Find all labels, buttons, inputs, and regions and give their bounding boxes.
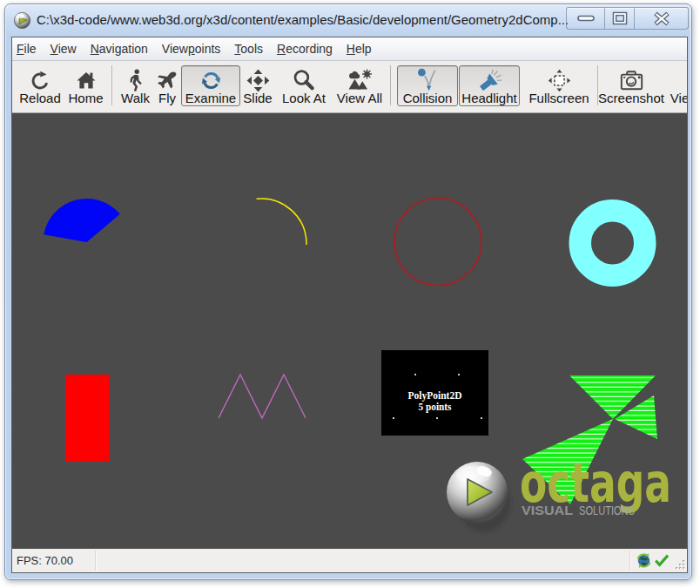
toolbar-button-screenshot[interactable]: Screenshot: [599, 65, 663, 106]
screenshot-icon: [619, 69, 644, 91]
svg-text:5 points: 5 points: [419, 402, 453, 413]
check-icon: [654, 554, 670, 567]
reload-icon: [30, 69, 51, 91]
toolbar-button-label: Slide: [243, 91, 272, 105]
fullscreen-icon: [547, 69, 572, 91]
examine-icon: [199, 69, 223, 91]
menu-item-help[interactable]: Help: [340, 39, 379, 58]
toolbar-button-label: Fullscreen: [528, 91, 589, 105]
app-icon: [13, 11, 31, 30]
circle2d-outline: [394, 199, 481, 286]
toolbar-button-label: Walk: [121, 91, 150, 105]
svg-text:PolyPoint2D: PolyPoint2D: [408, 389, 462, 402]
toolbar-button-viewpoints[interactable]: Viewpoints: [665, 65, 687, 106]
viewport-3d-scene[interactable]: PolyPoint2D5 pointsoctagaVISUALSOLUTIONS: [12, 113, 687, 549]
title-bar[interactable]: C:\x3d-code/www.web3d.org/x3d/content/ex…: [5, 4, 691, 38]
toolbar-button-fly[interactable]: Fly: [153, 65, 181, 106]
viewall-icon: [347, 69, 373, 91]
tool-bar: ReloadHomeWalkFlyExamineSlideLook AtView…: [12, 61, 687, 113]
walk-icon: [126, 69, 145, 91]
app-window: C:\x3d-code/www.web3d.org/x3d/content/ex…: [4, 3, 692, 580]
globe-sync-icon: [636, 552, 652, 569]
toolbar-button-label: Viewpoints: [670, 91, 687, 105]
polyline2d-zigzag: [219, 375, 306, 418]
resize-grip[interactable]: [675, 559, 686, 571]
logo-tagline-visual: VISUAL: [522, 503, 573, 517]
close-button[interactable]: [634, 8, 688, 29]
toolbar-button-label: Collision: [403, 91, 453, 105]
collision-icon: [416, 69, 439, 91]
client-area: FileViewNavigationViewpointsToolsRecordi…: [11, 37, 688, 573]
toolbar-button-label: Look At: [282, 91, 326, 105]
toolbar-button-collision[interactable]: Collision: [397, 65, 458, 106]
logo-tagline-solutions: SOLUTIONS: [579, 503, 635, 517]
status-bar: FPS: 70.00: [12, 549, 687, 572]
statusbar-separator-right: [629, 551, 630, 571]
headlight-icon: [477, 69, 502, 91]
toolbar-button-slide[interactable]: Slide: [240, 65, 275, 106]
toolbar-button-reload[interactable]: Reload: [15, 65, 65, 106]
toolbar-separator: [111, 65, 112, 105]
disk2d-ring: [580, 211, 645, 276]
toolbar-button-fullscreen[interactable]: Fullscreen: [522, 65, 596, 106]
caption-buttons: [566, 7, 689, 30]
arc2d-curve: [257, 199, 306, 245]
minimize-button[interactable]: [567, 8, 604, 29]
menu-item-tools[interactable]: Tools: [227, 39, 270, 58]
maximize-button[interactable]: [604, 8, 634, 29]
menu-bar: FileViewNavigationViewpointsToolsRecordi…: [12, 37, 687, 61]
menu-item-view[interactable]: View: [44, 39, 84, 58]
toolbar-separator: [390, 65, 391, 105]
toolbar-button-label: Headlight: [461, 91, 516, 105]
polypoint2d: PolyPoint2D5 points: [381, 350, 488, 436]
toolbar-button-walk[interactable]: Walk: [118, 65, 153, 106]
toolbar-button-look-at[interactable]: Look At: [275, 65, 333, 106]
slide-icon: [246, 69, 270, 91]
octaga-sphere: [447, 462, 510, 531]
toolbar-button-view-all[interactable]: View All: [333, 65, 387, 106]
scene-canvas: PolyPoint2D5 pointsoctagaVISUALSOLUTIONS: [12, 113, 687, 549]
toolbar-button-headlight[interactable]: Headlight: [459, 65, 520, 106]
maximize-icon: [611, 10, 629, 26]
toolbar-button-label: Home: [68, 91, 103, 105]
toolbar-button-label: Fly: [158, 91, 176, 105]
rectangle2d: [65, 375, 110, 462]
menu-item-viewpoints[interactable]: Viewpoints: [155, 39, 227, 58]
window-title: C:\x3d-code/www.web3d.org/x3d/content/ex…: [37, 12, 568, 30]
menu-item-file[interactable]: File: [12, 39, 44, 58]
fly-icon: [156, 69, 179, 91]
menu-item-navigation[interactable]: Navigation: [84, 39, 155, 58]
toolbar-button-label: Reload: [19, 91, 61, 105]
menu-item-recording[interactable]: Recording: [270, 39, 340, 58]
toolbar-button-label: View All: [337, 91, 382, 105]
toolbar-button-label: Examine: [185, 91, 236, 105]
minimize-icon: [576, 14, 596, 23]
fps-indicator: FPS: 70.00: [12, 554, 95, 567]
toolbar-button-examine[interactable]: Examine: [181, 65, 240, 106]
toolbar-button-label: Screenshot: [598, 91, 664, 105]
lookat-icon: [293, 69, 315, 91]
arcclose2d-pie: [44, 199, 120, 242]
octaga-logo: octagaVISUALSOLUTIONS: [447, 451, 671, 531]
home-icon: [76, 69, 97, 91]
toolbar-button-home[interactable]: Home: [65, 65, 106, 106]
statusbar-separator: [95, 551, 96, 571]
close-icon: [652, 11, 671, 26]
